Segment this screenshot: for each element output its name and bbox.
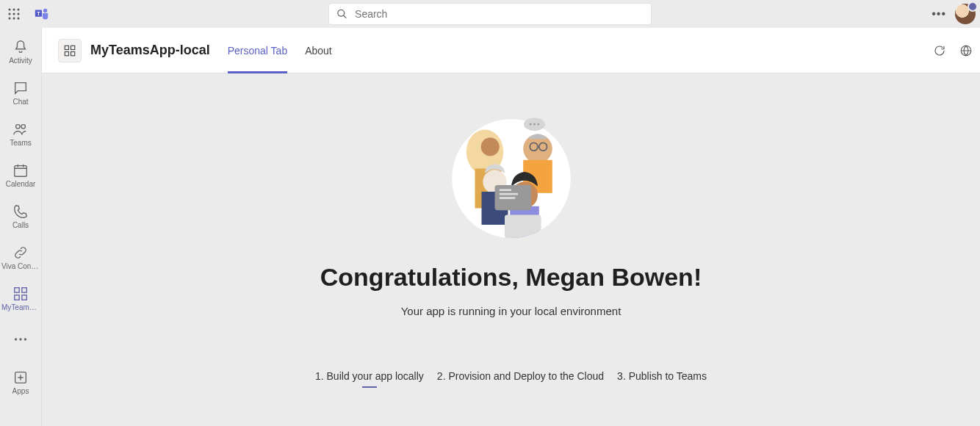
svg-point-0 (9, 9, 11, 11)
calendar-icon (12, 162, 29, 178)
rail-label: Calendar (6, 180, 36, 188)
rail-apps[interactable]: Apps (0, 361, 42, 402)
svg-rect-43 (499, 193, 517, 195)
rail-label: Chat (12, 98, 28, 106)
svg-point-49 (537, 123, 539, 126)
svg-point-5 (18, 13, 20, 15)
svg-point-48 (533, 123, 536, 126)
svg-point-3 (9, 13, 11, 15)
svg-point-7 (13, 18, 15, 20)
hero-subtitle: Your app is running in your local enviro… (401, 305, 621, 317)
bell-icon (12, 39, 29, 55)
title-bar: T ••• (0, 0, 980, 28)
tab-header: MyTeamsApp-local Personal Tab About (42, 28, 980, 73)
rail-calendar[interactable]: Calendar (0, 154, 42, 195)
step-publish[interactable]: 3. Publish to Teams (617, 370, 707, 385)
hero-title: Congratulations, Megan Bowen! (320, 263, 702, 292)
svg-rect-14 (15, 165, 27, 176)
rail-label: Teams (10, 139, 31, 147)
app-launcher-button[interactable] (0, 0, 28, 28)
user-avatar[interactable] (955, 4, 976, 24)
svg-point-47 (529, 123, 531, 126)
chat-icon (12, 80, 29, 96)
svg-rect-25 (65, 51, 68, 55)
hero-illustration (445, 109, 577, 248)
app-rail: Activity Chat Teams Calendar Calls Viva … (0, 28, 42, 426)
svg-rect-44 (499, 197, 515, 199)
app-tiles-icon (12, 286, 29, 302)
step-provision-deploy[interactable]: 2. Provision and Deploy to the Cloud (437, 370, 604, 385)
svg-text:T: T (37, 10, 40, 17)
rail-label: Activity (9, 57, 32, 65)
svg-point-8 (18, 18, 20, 20)
rail-teams[interactable]: Teams (0, 113, 42, 154)
app-title: MyTeamsApp-local (90, 43, 210, 58)
svg-rect-17 (15, 295, 19, 299)
app-tiles-icon (63, 44, 76, 57)
step-build-locally[interactable]: 1. Build your app locally (315, 370, 424, 385)
steps-nav: 1. Build your app locally 2. Provision a… (315, 370, 707, 385)
rail-viva[interactable]: Viva Conne... (0, 237, 42, 278)
svg-point-31 (480, 137, 499, 156)
rail-label: Apps (12, 387, 29, 395)
svg-rect-23 (65, 46, 68, 49)
svg-point-13 (21, 124, 25, 129)
rail-label: MyTeamsA... (1, 303, 40, 311)
teams-logo-icon: T (34, 6, 50, 22)
svg-rect-26 (71, 51, 75, 55)
svg-rect-24 (71, 46, 75, 49)
waffle-icon (8, 8, 20, 20)
content-canvas: Congratulations, Megan Bowen! Your app i… (42, 73, 980, 426)
ellipsis-icon (12, 331, 29, 347)
app-icon (58, 39, 82, 62)
svg-point-4 (13, 13, 15, 15)
svg-point-6 (9, 18, 11, 20)
apps-plus-icon (12, 369, 29, 386)
rail-myteamsapp[interactable]: MyTeamsA... (0, 278, 42, 319)
svg-rect-45 (505, 215, 541, 239)
tab-about[interactable]: About (298, 28, 339, 73)
svg-rect-42 (499, 189, 511, 191)
more-options-button[interactable]: ••• (929, 4, 949, 24)
svg-point-21 (24, 338, 26, 340)
reload-icon[interactable] (933, 44, 946, 57)
rail-calls[interactable]: Calls (0, 195, 42, 237)
search-input[interactable] (355, 8, 644, 20)
rail-label: Calls (12, 221, 29, 229)
svg-point-19 (15, 338, 17, 340)
svg-point-11 (43, 9, 48, 13)
svg-rect-15 (15, 287, 19, 292)
search-icon (336, 8, 347, 20)
phone-icon (12, 203, 29, 220)
svg-point-1 (13, 9, 15, 11)
svg-point-20 (19, 338, 21, 340)
svg-point-12 (16, 124, 20, 129)
rail-label: Viva Conne... (1, 262, 40, 270)
tab-personal[interactable]: Personal Tab (220, 28, 295, 73)
search-box[interactable] (328, 3, 652, 25)
rail-activity[interactable]: Activity (0, 31, 42, 72)
globe-icon[interactable] (959, 44, 973, 57)
people-icon (12, 121, 29, 137)
svg-rect-18 (22, 295, 26, 299)
rail-chat[interactable]: Chat (0, 72, 42, 113)
svg-rect-16 (22, 287, 26, 292)
link-icon (12, 245, 29, 261)
rail-more[interactable] (0, 319, 42, 360)
svg-point-2 (18, 9, 20, 11)
